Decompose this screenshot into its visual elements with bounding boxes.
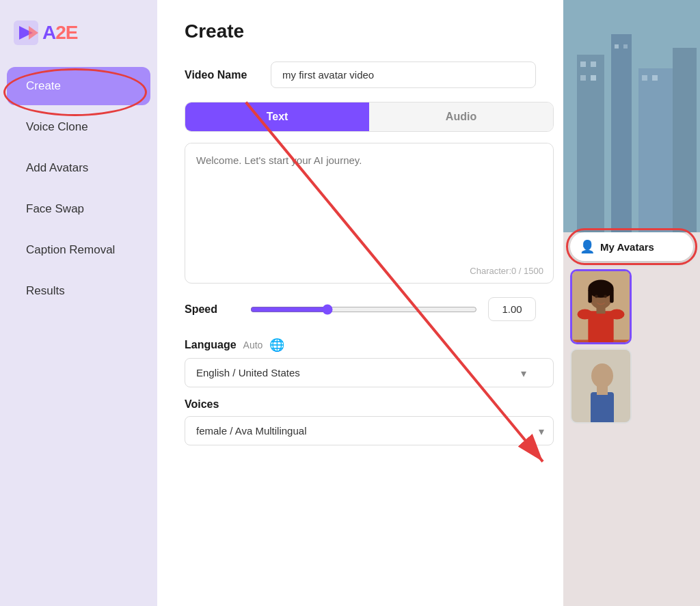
my-avatars-header[interactable]: 👤 My Avatars xyxy=(570,232,693,261)
tab-audio[interactable]: Audio xyxy=(369,102,553,131)
my-avatars-label: My Avatars xyxy=(600,241,654,253)
speed-row: Speed 1.00 xyxy=(185,297,536,321)
sidebar-item-caption-removal[interactable]: Caption Removal xyxy=(7,231,150,269)
voices-select[interactable]: female / Ava Multilingual male / Andrew … xyxy=(185,416,554,445)
avatars-grid xyxy=(563,261,700,432)
svg-point-25 xyxy=(595,295,598,299)
video-name-input[interactable] xyxy=(271,61,536,88)
sidebar-item-results[interactable]: Results xyxy=(7,272,150,310)
main-content: Create Video Name Text Audio Character:0… xyxy=(157,0,563,606)
tab-text[interactable]: Text xyxy=(185,102,369,131)
avatar-thumb-2[interactable] xyxy=(570,348,632,424)
logo-area: A2E xyxy=(0,14,157,66)
video-name-label: Video Name xyxy=(185,69,260,81)
speed-value: 1.00 xyxy=(488,297,536,321)
right-panel: 👤 My Avatars xyxy=(563,0,700,606)
svg-point-22 xyxy=(588,280,613,298)
svg-rect-23 xyxy=(588,289,592,303)
sidebar-item-create[interactable]: Create xyxy=(7,67,150,105)
avatar-2-svg xyxy=(571,350,632,424)
avatars-icon: 👤 xyxy=(580,239,595,254)
mode-toggle-tabs: Text Audio xyxy=(185,102,554,132)
svg-rect-24 xyxy=(610,289,614,303)
speed-label: Speed xyxy=(185,303,239,316)
sidebar-item-voice-clone[interactable]: Voice Clone xyxy=(7,108,150,146)
language-label: Language xyxy=(185,339,237,351)
sidebar-item-add-avatars[interactable]: Add Avatars xyxy=(7,149,150,187)
language-header: Language Auto 🌐 xyxy=(185,338,536,353)
video-name-row: Video Name xyxy=(185,61,536,88)
text-input[interactable] xyxy=(185,143,553,280)
svg-point-30 xyxy=(591,363,613,388)
sidebar-item-face-swap[interactable]: Face Swap xyxy=(7,190,150,228)
voices-select-wrapper: female / Ava Multilingual male / Andrew … xyxy=(185,416,554,445)
language-select[interactable]: English / United States English / United… xyxy=(185,358,554,387)
svg-point-26 xyxy=(604,295,607,299)
text-input-wrapper: Character:0 / 1500 xyxy=(185,143,554,284)
svg-point-27 xyxy=(577,309,592,320)
language-select-wrapper: English / United States English / United… xyxy=(185,358,536,387)
speed-slider[interactable] xyxy=(250,304,477,315)
char-count: Character:0 / 1500 xyxy=(470,266,543,276)
avatar-thumb-1-inner xyxy=(572,271,630,342)
voices-row: Voices female / Ava Multilingual male / … xyxy=(185,398,536,445)
right-panel-content: 👤 My Avatars xyxy=(563,14,700,606)
avatar-1-svg xyxy=(572,269,630,342)
page-title: Create xyxy=(185,20,536,42)
language-row: Language Auto 🌐 English / United States … xyxy=(185,338,536,387)
logo-text: A2E xyxy=(42,22,78,44)
logo-icon xyxy=(14,20,38,45)
voices-label: Voices xyxy=(185,398,536,411)
svg-point-28 xyxy=(609,309,624,320)
auto-badge: Auto xyxy=(243,340,263,350)
globe-icon: 🌐 xyxy=(269,338,284,353)
svg-rect-31 xyxy=(591,392,614,424)
sidebar: A2E Create Voice Clone Add Avatars Face … xyxy=(0,0,157,606)
svg-rect-32 xyxy=(597,385,608,395)
avatar-thumb-1[interactable] xyxy=(570,269,632,344)
